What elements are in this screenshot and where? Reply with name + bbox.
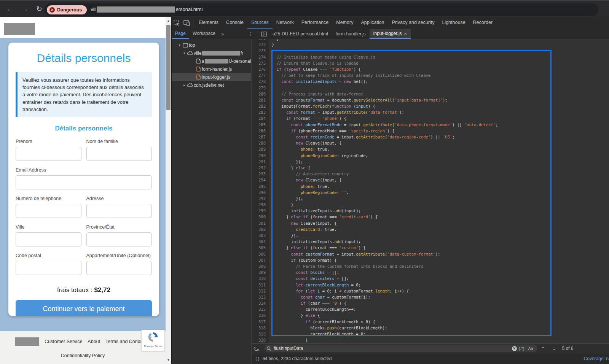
confidentiality-policy-link[interactable]: Confidentiality Policy <box>0 353 166 358</box>
tree-caret-icon[interactable]: ▾ <box>182 51 187 55</box>
tree-item-form-handler.js[interactable]: form-handler.js <box>172 65 251 73</box>
line-number[interactable]: 320 <box>252 337 269 343</box>
field-input-nom-de-famille[interactable] <box>86 147 152 161</box>
devtools-tab-sources[interactable]: Sources <box>247 17 273 29</box>
line-number[interactable]: 300 <box>252 214 269 220</box>
line-number[interactable]: 298 <box>252 202 269 208</box>
field-input-code-postal[interactable] <box>16 261 81 275</box>
line-number[interactable]: 280 <box>252 91 269 97</box>
line-number[interactable]: 306 <box>252 251 269 257</box>
scroll-down-icon[interactable]: ▼ <box>166 357 171 363</box>
line-number[interactable]: 315 <box>252 306 269 312</box>
line-number[interactable]: 291 <box>252 159 269 165</box>
devtools-tab-privacy-and-security[interactable]: Privacy and security <box>388 17 438 29</box>
recaptcha-badge[interactable]: Privacy - Terms <box>141 330 165 351</box>
match-case-toggle[interactable]: Aa <box>526 346 535 351</box>
tree-item-top[interactable]: ▾top <box>172 41 251 49</box>
line-number[interactable]: 319 <box>252 331 269 337</box>
line-number[interactable]: 285 <box>252 122 269 128</box>
regex-toggle[interactable]: (.*) <box>517 346 526 351</box>
close-tab-icon[interactable]: × <box>404 29 407 38</box>
field-input-province-tat[interactable] <box>86 232 152 246</box>
line-number[interactable]: 276 <box>252 66 269 72</box>
devtools-tab-lighthouse[interactable]: Lighthouse <box>438 17 469 29</box>
clear-search-icon[interactable]: ✕ <box>512 346 517 351</box>
line-number[interactable]: 284 <box>252 115 269 121</box>
line-number[interactable]: 274 <box>252 54 269 60</box>
field-input-num-ro-de-t-l-phone[interactable] <box>16 204 81 218</box>
line-number[interactable]: 305 <box>252 245 269 251</box>
devtools-tab-memory[interactable]: Memory <box>332 17 357 29</box>
line-number[interactable]: 293 <box>252 171 269 177</box>
line-number[interactable]: 294 <box>252 177 269 183</box>
navigator-tab-page[interactable]: Page <box>172 29 189 39</box>
line-number[interactable]: 286 <box>252 128 269 134</box>
devtools-tab-network[interactable]: Network <box>273 17 298 29</box>
tree-item-villeredactedfr[interactable]: ▾villefr <box>172 49 251 57</box>
line-number[interactable]: 309 <box>252 269 269 275</box>
code-editor[interactable]: 271 }272}273274 // Initialize input mask… <box>252 39 609 343</box>
recaptcha-privacy-terms[interactable]: Privacy - Terms <box>142 345 164 348</box>
line-number[interactable]: 302 <box>252 226 269 232</box>
devtools-tab-console[interactable]: Console <box>222 17 247 29</box>
navigator-tab-workspace[interactable]: Workspace <box>189 29 219 39</box>
url-bar[interactable]: ✕ Dangerous villersonal.html <box>44 3 598 16</box>
devtools-tab-performance[interactable]: Performance <box>298 17 333 29</box>
line-number[interactable]: 301 <box>252 220 269 226</box>
line-number[interactable]: 279 <box>252 85 269 91</box>
line-number[interactable]: 316 <box>252 312 269 318</box>
line-number[interactable]: 304 <box>252 238 269 245</box>
reload-icon[interactable]: ↻ <box>34 5 44 14</box>
tree-item-cdn.jsdelivr.net[interactable]: ▸cdn.jsdelivr.net <box>172 81 251 89</box>
page-scrollbar[interactable]: ▲ ▼ <box>166 17 171 364</box>
line-number[interactable]: 312 <box>252 288 269 294</box>
line-number[interactable]: 275 <box>252 60 269 66</box>
line-number[interactable]: 317 <box>252 319 269 325</box>
file-tab-input-logger.js[interactable]: input-logger.js× <box>370 29 411 39</box>
devtools-tab-recorder[interactable]: Recorder <box>469 17 496 29</box>
tree-item-aredactedU-personal.ht...[interactable]: aU-personal.ht... <box>172 57 251 65</box>
line-number[interactable]: 273 <box>252 48 269 54</box>
line-number[interactable]: 303 <box>252 232 269 238</box>
line-number[interactable]: 310 <box>252 275 269 281</box>
tree-caret-icon[interactable]: ▸ <box>182 83 187 87</box>
line-number[interactable]: 313 <box>252 294 269 300</box>
line-number[interactable]: 292 <box>252 165 269 171</box>
line-number[interactable]: 307 <box>252 257 269 263</box>
line-number[interactable]: 318 <box>252 325 269 331</box>
navigator-toggle-icon[interactable] <box>259 30 269 38</box>
line-number[interactable]: 277 <box>252 72 269 78</box>
field-input-ville[interactable] <box>16 232 81 246</box>
line-number[interactable]: 299 <box>252 208 269 214</box>
inspect-element-icon[interactable] <box>172 19 182 27</box>
scroll-up-icon[interactable]: ▲ <box>166 18 171 24</box>
line-number[interactable]: 283 <box>252 109 269 115</box>
footer-link-customer-service[interactable]: Customer Service <box>45 339 82 344</box>
device-toolbar-icon[interactable] <box>182 19 191 27</box>
dangerous-badge[interactable]: ✕ Dangerous <box>47 5 87 14</box>
field-input-adresse[interactable] <box>86 204 152 218</box>
find-input[interactable] <box>274 346 512 351</box>
back-icon[interactable]: ← <box>5 5 15 14</box>
line-number[interactable]: 281 <box>252 97 269 103</box>
devtools-tab-application[interactable]: Application <box>357 17 388 29</box>
scrollbar-thumb[interactable] <box>166 25 171 110</box>
pretty-print-icon[interactable]: { } <box>255 356 259 361</box>
line-number[interactable]: 297 <box>252 196 269 202</box>
line-number[interactable]: 311 <box>252 282 269 288</box>
line-number[interactable]: 295 <box>252 183 269 189</box>
devtools-tab-elements[interactable]: Elements <box>195 17 222 29</box>
line-number[interactable]: 289 <box>252 146 269 152</box>
file-tab-a25-DU-FEU-personal.html[interactable]: a25-DU-FEU-personal.html <box>269 29 332 39</box>
file-tab-form-handler.js[interactable]: form-handler.js <box>332 29 369 39</box>
kebab-menu-icon[interactable]: ⋮ <box>246 31 255 37</box>
line-number[interactable]: 288 <box>252 140 269 146</box>
continue-to-payment-button[interactable]: Continuer vers le paiement <box>16 300 152 316</box>
forward-icon[interactable]: → <box>20 5 30 14</box>
line-number[interactable]: 287 <box>252 134 269 140</box>
line-number[interactable]: 272 <box>252 41 269 48</box>
line-number[interactable]: 314 <box>252 300 269 306</box>
find-ab-navigation-icon[interactable]: A B <box>252 344 261 353</box>
tree-item-input-logger.js[interactable]: input-logger.js <box>172 73 251 81</box>
field-input-email-address[interactable] <box>16 175 152 189</box>
